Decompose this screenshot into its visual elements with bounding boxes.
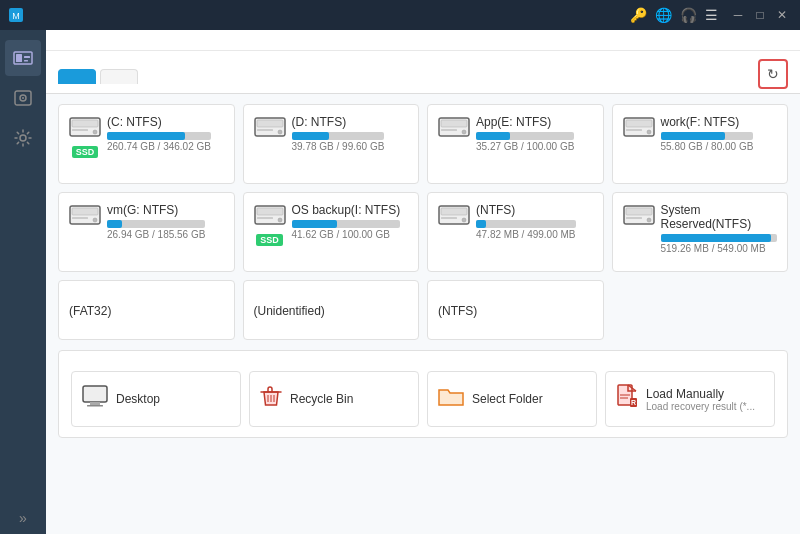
ssd-badge: SSD xyxy=(256,234,283,246)
drive-name: App(E: NTFS) xyxy=(476,115,574,129)
desktop-name: Desktop xyxy=(116,392,160,406)
empty-drive-name: (NTFS) xyxy=(438,304,593,318)
drive-name: work(F: NTFS) xyxy=(661,115,754,129)
drive-name: (NTFS) xyxy=(476,203,576,217)
headset-icon[interactable]: 🎧 xyxy=(680,7,697,23)
app-icon: M xyxy=(8,7,24,23)
main-scroll-area[interactable]: SSD (C: NTFS) 260.74 GB / 346.02 GB (D: … xyxy=(46,94,800,534)
hdd-icon xyxy=(438,115,470,143)
sidebar-expand[interactable]: » xyxy=(19,510,27,526)
drive-card-0[interactable]: SSD (C: NTFS) 260.74 GB / 346.02 GB xyxy=(58,104,235,184)
title-bar: M 🔑 🌐 🎧 ☰ ─ □ ✕ xyxy=(0,0,800,30)
content-area: ↻ SSD (C: NTFS) 260.74 GB / 346.02 GB xyxy=(46,30,800,534)
sidebar-item-drive[interactable] xyxy=(5,80,41,116)
drive-icon-area: SSD xyxy=(254,203,286,246)
drive-bar-container xyxy=(292,220,401,228)
drive-name: (C: NTFS) xyxy=(107,115,211,129)
drive-name: (D: NTFS) xyxy=(292,115,385,129)
drive-bar-fill xyxy=(292,220,338,228)
drive-bar-fill xyxy=(476,220,486,228)
svg-rect-21 xyxy=(441,129,457,131)
minimize-button[interactable]: ─ xyxy=(728,5,748,25)
drive-bar-container xyxy=(107,132,211,140)
hdd-icon xyxy=(69,203,101,231)
specific-card-desktop[interactable]: Desktop xyxy=(71,371,241,427)
svg-rect-31 xyxy=(257,208,283,215)
drive-bar-container xyxy=(661,234,778,242)
drive-size: 35.27 GB / 100.00 GB xyxy=(476,141,574,152)
drive-size: 26.94 GB / 185.56 GB xyxy=(107,229,205,240)
drive-card-header: SSD OS backup(I: NTFS) 41.62 GB / 100.00… xyxy=(254,203,409,246)
drive-icon-area: SSD xyxy=(69,115,101,158)
sidebar-item-recover[interactable] xyxy=(5,40,41,76)
empty-drive-name: (FAT32) xyxy=(69,304,224,318)
hdd-icon xyxy=(623,203,655,231)
drive-bar-fill xyxy=(107,220,122,228)
drives-grid-row1: SSD (C: NTFS) 260.74 GB / 346.02 GB (D: … xyxy=(58,104,788,184)
drive-card-6[interactable]: (NTFS) 47.82 MB / 499.00 MB xyxy=(427,192,604,272)
drive-size: 47.82 MB / 499.00 MB xyxy=(476,229,576,240)
tab-logical-drives[interactable] xyxy=(58,69,96,84)
drive-bar-container xyxy=(476,220,576,228)
maximize-button[interactable]: □ xyxy=(750,5,770,25)
close-button[interactable]: ✕ xyxy=(772,5,792,25)
folder-icon xyxy=(438,385,464,413)
svg-rect-11 xyxy=(72,120,98,127)
specific-card-manual[interactable]: R Load Manually Load recovery result (*.… xyxy=(605,371,775,427)
drive-bar-container xyxy=(292,132,385,140)
empty-drive-card-0[interactable]: (FAT32) xyxy=(58,280,235,340)
specific-location-section: Desktop Recycle Bin Select Folder R Load… xyxy=(58,350,788,438)
drive-bar-container xyxy=(476,132,574,140)
drive-size: 519.26 MB / 549.00 MB xyxy=(661,243,778,254)
manual-name: Load Manually xyxy=(646,387,755,401)
svg-rect-19 xyxy=(441,120,467,127)
svg-point-9 xyxy=(20,135,26,141)
drives-grid-row2: vm(G: NTFS) 26.94 GB / 185.56 GB SSD OS … xyxy=(58,192,788,272)
globe-icon[interactable]: 🌐 xyxy=(655,7,672,23)
drive-bar-container xyxy=(107,220,205,228)
svg-point-16 xyxy=(278,130,282,134)
drive-card-1[interactable]: (D: NTFS) 39.78 GB / 99.60 GB xyxy=(243,104,420,184)
svg-point-32 xyxy=(278,218,282,222)
drive-card-2[interactable]: App(E: NTFS) 35.27 GB / 100.00 GB xyxy=(427,104,604,184)
svg-point-12 xyxy=(93,130,97,134)
key-icon[interactable]: 🔑 xyxy=(630,7,647,23)
hdd-icon xyxy=(254,203,286,231)
drive-card-3[interactable]: work(F: NTFS) 55.80 GB / 80.00 GB xyxy=(612,104,789,184)
specific-card-recycle[interactable]: Recycle Bin xyxy=(249,371,419,427)
title-bar-icons: 🔑 🌐 🎧 ☰ xyxy=(630,7,718,23)
specific-card-folder[interactable]: Select Folder xyxy=(427,371,597,427)
svg-rect-35 xyxy=(441,208,467,215)
manual-icon: R xyxy=(616,384,638,414)
svg-point-8 xyxy=(22,97,24,99)
svg-rect-42 xyxy=(83,386,107,402)
svg-point-28 xyxy=(93,218,97,222)
drive-size: 41.62 GB / 100.00 GB xyxy=(292,229,401,240)
app-body: » ↻ SSD xyxy=(0,30,800,534)
page-header xyxy=(46,30,800,51)
drive-card-5[interactable]: SSD OS backup(I: NTFS) 41.62 GB / 100.00… xyxy=(243,192,420,272)
svg-rect-3 xyxy=(16,54,22,62)
empty-drive-card-2[interactable]: (NTFS) xyxy=(427,280,604,340)
menu-icon[interactable]: ☰ xyxy=(705,7,718,23)
sidebar-item-settings[interactable] xyxy=(5,120,41,156)
svg-rect-4 xyxy=(24,56,30,58)
svg-rect-29 xyxy=(72,217,88,219)
svg-rect-43 xyxy=(90,402,100,405)
tab-devices[interactable] xyxy=(100,69,138,84)
drive-name: vm(G: NTFS) xyxy=(107,203,205,217)
drive-icon-area xyxy=(254,115,286,143)
svg-rect-25 xyxy=(626,129,642,131)
drive-icon-area xyxy=(438,203,470,231)
drive-card-header: SSD (C: NTFS) 260.74 GB / 346.02 GB xyxy=(69,115,224,158)
svg-rect-13 xyxy=(72,129,88,131)
refresh-button[interactable]: ↻ xyxy=(758,59,788,89)
drive-card-4[interactable]: vm(G: NTFS) 26.94 GB / 185.56 GB xyxy=(58,192,235,272)
empty-drive-card-1[interactable]: (Unidentified) xyxy=(243,280,420,340)
drive-card-header: vm(G: NTFS) 26.94 GB / 185.56 GB xyxy=(69,203,224,240)
hdd-icon xyxy=(69,115,101,143)
sidebar: » xyxy=(0,30,46,534)
drive-bar-container xyxy=(661,132,754,140)
drive-card-7[interactable]: System Reserved(NTFS) 519.26 MB / 549.00… xyxy=(612,192,789,272)
svg-text:M: M xyxy=(12,11,20,21)
